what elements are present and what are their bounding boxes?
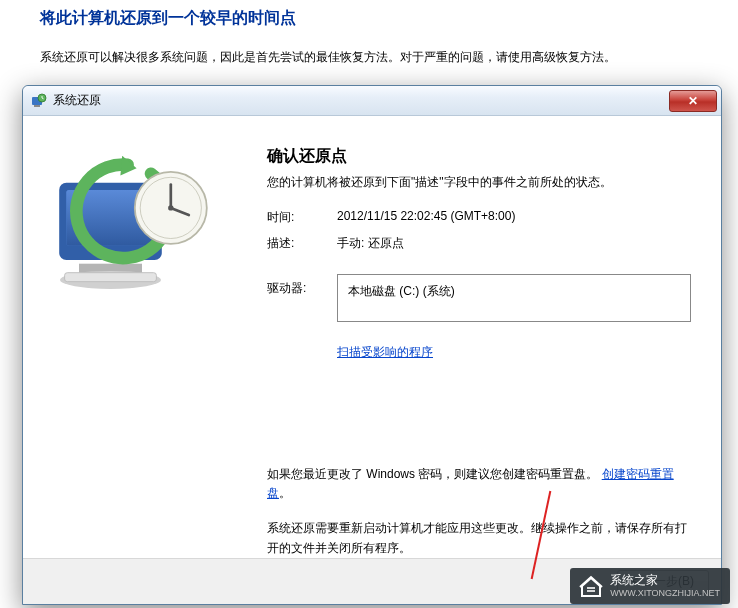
restart-note: 系统还原需要重新启动计算机才能应用这些更改。继续操作之前，请保存所有打开的文件并… xyxy=(267,519,691,557)
watermark-name: 系统之家 xyxy=(610,573,720,588)
description-row: 描述: 手动: 还原点 xyxy=(267,235,691,252)
time-label: 时间: xyxy=(267,209,337,226)
svg-rect-8 xyxy=(65,273,157,282)
watermark: 系统之家 WWW.XITONGZHIJIA.NET xyxy=(570,568,730,604)
dialog-description: 您的计算机将被还原到下面"描述"字段中的事件之前所处的状态。 xyxy=(267,173,691,191)
drives-row: 驱动器: 本地磁盘 (C:) (系统) xyxy=(267,274,691,322)
system-restore-dialog: 系统还原 ✕ xyxy=(22,85,722,605)
left-column xyxy=(43,146,243,556)
svg-point-13 xyxy=(168,205,173,210)
time-value: 2012/11/15 22:02:45 (GMT+8:00) xyxy=(337,209,691,226)
page-heading: 将此计算机还原到一个较早的时间点 xyxy=(40,8,738,29)
close-button[interactable]: ✕ xyxy=(669,90,717,112)
system-restore-hero-icon xyxy=(43,156,223,321)
password-note-text: 如果您最近更改了 Windows 密码，则建议您创建密码重置盘。 xyxy=(267,467,598,481)
close-icon: ✕ xyxy=(688,94,698,108)
page-subtext: 系统还原可以解决很多系统问题，因此是首先尝试的最佳恢复方法。对于严重的问题，请使… xyxy=(40,49,738,66)
description-value: 手动: 还原点 xyxy=(337,235,691,252)
watermark-text: 系统之家 WWW.XITONGZHIJIA.NET xyxy=(610,573,720,599)
titlebar: 系统还原 ✕ xyxy=(23,86,721,116)
dialog-body: 确认还原点 您的计算机将被还原到下面"描述"字段中的事件之前所处的状态。 时间:… xyxy=(23,116,721,556)
time-row: 时间: 2012/11/15 22:02:45 (GMT+8:00) xyxy=(267,209,691,226)
right-column: 确认还原点 您的计算机将被还原到下面"描述"字段中的事件之前所处的状态。 时间:… xyxy=(243,146,691,556)
scan-affected-programs-link[interactable]: 扫描受影响的程序 xyxy=(337,344,433,361)
drives-box: 本地磁盘 (C:) (系统) xyxy=(337,274,691,322)
restore-titlebar-icon xyxy=(31,93,47,109)
drives-label: 驱动器: xyxy=(267,274,337,322)
password-note: 如果您最近更改了 Windows 密码，则建议您创建密码重置盘。 创建密码重置盘… xyxy=(267,465,691,503)
description-label: 描述: xyxy=(267,235,337,252)
dialog-title: 确认还原点 xyxy=(267,146,691,167)
drive-item: 本地磁盘 (C:) (系统) xyxy=(348,284,455,298)
watermark-url: WWW.XITONGZHIJIA.NET xyxy=(610,588,720,599)
svg-rect-1 xyxy=(34,105,40,107)
titlebar-text: 系统还原 xyxy=(53,92,669,109)
watermark-house-icon xyxy=(578,574,604,598)
